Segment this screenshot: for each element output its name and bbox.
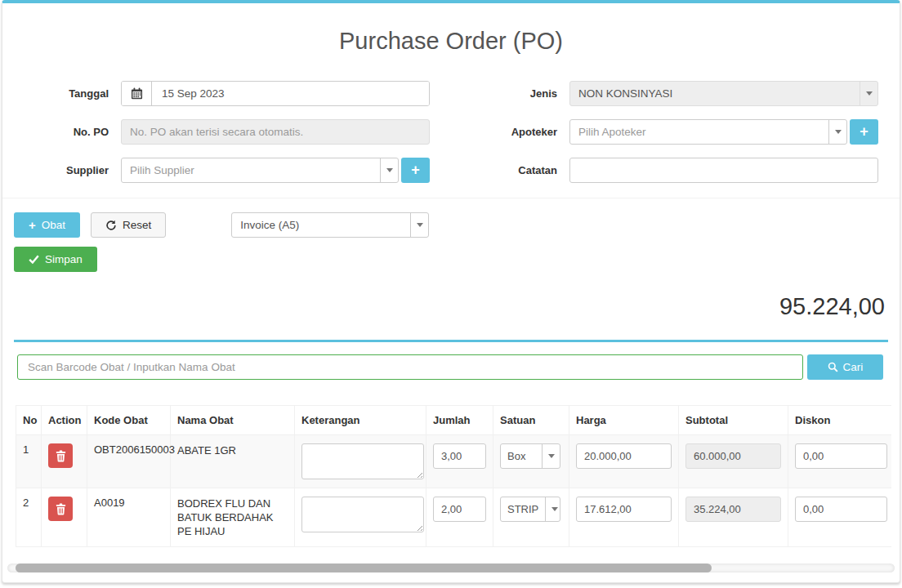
cell-nama-obat: BODREX FLU DAN BATUK BERDAHAK PE HIJAU (171, 488, 295, 547)
purchase-order-card: Purchase Order (PO) Tanggal (2, 0, 900, 583)
simpan-button[interactable]: Simpan (14, 247, 97, 272)
cari-button[interactable]: Cari (807, 354, 883, 380)
apoteker-select[interactable]: Pilih Apoteker (569, 119, 847, 145)
cell-no: 2 (16, 488, 42, 547)
chevron-down-icon[interactable] (860, 82, 877, 105)
page-title: Purchase Order (PO) (2, 28, 900, 55)
jumlah-input[interactable] (433, 497, 486, 522)
satuan-select-value: STRIP (501, 503, 545, 515)
no-po-row: No. PO (2, 119, 451, 145)
jenis-label: Jenis (451, 87, 569, 100)
print-format-value: Invoice (A5) (232, 219, 410, 231)
plus-icon: + (29, 219, 36, 231)
toolbar: + Obat Reset Invoice (A5) (2, 198, 900, 272)
horizontal-scrollbar-track[interactable] (7, 564, 895, 572)
tanggal-input[interactable] (152, 82, 429, 105)
table-header-row: No Action Kode Obat Nama Obat Keterangan… (16, 406, 892, 435)
supplier-select[interactable]: Pilih Supplier (121, 158, 399, 183)
col-action: Action (42, 406, 87, 435)
catatan-control (569, 158, 878, 183)
reset-label: Reset (123, 219, 151, 231)
obat-table: No Action Kode Obat Nama Obat Keterangan… (16, 405, 891, 547)
search-bar: Cari (17, 354, 883, 380)
tanggal-label: Tanggal (2, 87, 121, 100)
obat-table-container: No Action Kode Obat Nama Obat Keterangan… (16, 405, 891, 547)
harga-input[interactable] (576, 443, 672, 469)
no-po-label: No. PO (2, 126, 121, 138)
toolbar-row-1: + Obat Reset Invoice (A5) (14, 212, 888, 238)
keterangan-textarea-wrap (301, 443, 424, 479)
tanggal-row: Tanggal (2, 81, 451, 106)
table-row: 2 (16, 488, 892, 547)
tanggal-control (121, 81, 430, 106)
table-row: 1 (16, 435, 892, 488)
harga-input[interactable] (576, 497, 672, 522)
satuan-select-value: Box (501, 450, 542, 462)
supplier-select-value: Pilih Supplier (122, 164, 380, 176)
blue-divider (14, 340, 888, 342)
apoteker-control: Pilih Apoteker + (569, 119, 878, 145)
simpan-label: Simpan (45, 253, 83, 265)
subtotal-input (685, 497, 781, 522)
jenis-row: Jenis NON KONSINYASI (451, 81, 900, 106)
form-left-column: Tanggal (2, 81, 451, 183)
jumlah-input[interactable] (433, 443, 486, 469)
col-jumlah: Jumlah (426, 406, 493, 435)
jenis-select[interactable]: NON KONSINYASI (569, 81, 878, 106)
delete-row-button[interactable] (48, 443, 73, 468)
keterangan-textarea[interactable] (301, 497, 424, 532)
col-harga: Harga (569, 406, 679, 435)
refresh-icon (105, 220, 117, 231)
no-po-input (121, 119, 430, 145)
cell-no: 1 (16, 435, 42, 488)
col-kode-obat: Kode Obat (87, 406, 171, 435)
print-format-select[interactable]: Invoice (A5) (231, 212, 429, 238)
jenis-select-value: NON KONSINYASI (570, 87, 860, 100)
cell-kode-obat: A0019 (87, 488, 171, 547)
grand-total: 95.224,00 (2, 293, 900, 320)
no-po-control (121, 119, 430, 145)
catatan-input[interactable] (569, 158, 878, 183)
diskon-input[interactable] (795, 497, 887, 522)
calendar-icon[interactable] (122, 82, 152, 105)
supplier-row: Supplier Pilih Supplier + (2, 158, 451, 183)
keterangan-textarea-wrap (301, 497, 424, 532)
satuan-select[interactable]: STRIP (500, 497, 560, 522)
chevron-down-icon[interactable] (542, 444, 560, 468)
reset-button[interactable]: Reset (91, 212, 166, 238)
add-obat-label: Obat (42, 219, 65, 231)
delete-row-button[interactable] (48, 497, 73, 521)
form-right-column: Jenis NON KONSINYASI Apoteker Pilih Apot… (451, 81, 900, 183)
horizontal-scrollbar-thumb[interactable] (16, 564, 712, 572)
add-apoteker-button[interactable]: + (850, 119, 878, 145)
search-input[interactable] (17, 354, 803, 380)
chevron-down-icon[interactable] (545, 497, 560, 521)
apoteker-select-value: Pilih Apoteker (570, 126, 828, 138)
supplier-label: Supplier (2, 164, 121, 176)
satuan-select[interactable]: Box (500, 443, 560, 469)
add-supplier-button[interactable]: + (401, 158, 430, 183)
cari-label: Cari (843, 361, 864, 373)
po-form: Tanggal (2, 81, 900, 183)
check-icon (29, 254, 39, 265)
chevron-down-icon[interactable] (410, 213, 428, 237)
trash-icon (56, 450, 66, 462)
toolbar-row-2: Simpan (14, 238, 888, 272)
chevron-down-icon[interactable] (380, 158, 398, 182)
col-no: No (16, 406, 42, 435)
add-obat-button[interactable]: + Obat (14, 212, 80, 238)
catatan-label: Catatan (451, 164, 569, 176)
apoteker-label: Apoteker (451, 126, 569, 138)
chevron-down-icon[interactable] (828, 120, 846, 144)
apoteker-row: Apoteker Pilih Apoteker + (451, 119, 900, 145)
col-diskon: Diskon (788, 406, 892, 435)
trash-icon (56, 503, 66, 515)
col-satuan: Satuan (493, 406, 569, 435)
search-icon (828, 362, 838, 372)
keterangan-textarea[interactable] (301, 443, 424, 479)
diskon-input[interactable] (795, 443, 887, 469)
cell-kode-obat: OBT2006150003 (87, 435, 171, 488)
col-nama-obat: Nama Obat (171, 406, 295, 435)
tanggal-input-group (121, 81, 430, 106)
col-keterangan: Keterangan (295, 406, 426, 435)
